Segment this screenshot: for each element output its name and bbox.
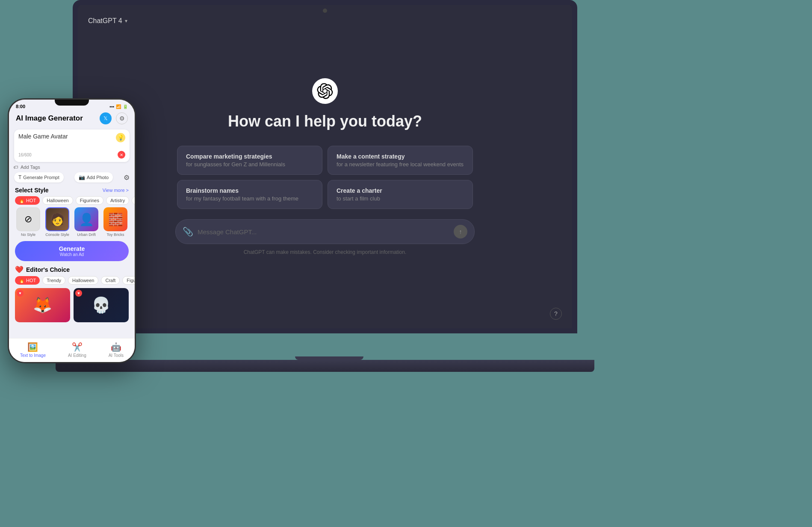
message-placeholder: Message ChatGPT... <box>198 228 454 236</box>
style-label-console: Console Style <box>45 233 69 237</box>
select-style-header: Select Style View more > <box>9 185 135 196</box>
generate-button[interactable]: Generate Watch an Ad <box>15 241 129 261</box>
suggestion-title-2: Make a content strategy <box>337 153 464 160</box>
phone-action-bar: T Generate Prompt 📷 Add Photo ⚙ <box>10 170 134 185</box>
phone-app-header: AI Image Generator 𝕏 ⚙ <box>9 111 135 128</box>
editors-img-1[interactable]: ♥ 🦊 <box>15 288 70 322</box>
style-thumb-bricks: 🧱 <box>103 207 127 231</box>
style-thumb-no-style: ⊘ <box>16 207 40 231</box>
editors-choice-section: ❤️ Editor's Choice 🔥 HOT Trendy Hallowee… <box>9 262 135 324</box>
phone: 8:00 ▪▪▪ 📶 🔋 AI Image Generator 𝕏 ⚙ Male… <box>8 98 136 363</box>
heart-badge-1: ♥ <box>17 290 24 297</box>
style-console[interactable]: 🧑 Console Style <box>44 207 71 237</box>
style-tag-contemporary[interactable]: Contemporary <box>132 196 135 205</box>
suggestion-card-3[interactable]: Brainstorm names for my fantasy football… <box>177 180 322 209</box>
close-icon[interactable]: ✕ <box>118 151 125 159</box>
suggestion-sub-3: for my fantasy football team with a frog… <box>186 195 313 202</box>
editors-img-2[interactable]: ♥ 💀 <box>74 288 129 322</box>
style-thumb-urban: 👤 <box>74 207 98 231</box>
laptop-base <box>56 360 594 372</box>
text-to-image-icon: 🖼️ <box>27 342 38 352</box>
suggestion-card-2[interactable]: Make a content strategy for a newsletter… <box>328 146 473 175</box>
add-tags-label: Add Tags <box>21 165 40 170</box>
phone-notch <box>55 100 89 106</box>
style-bricks[interactable]: 🧱 Toy Bricks <box>102 207 129 237</box>
phone-header-icons: 𝕏 ⚙ <box>100 112 128 124</box>
heart-badge-2: ♥ <box>75 290 82 297</box>
suggestion-sub-4: to start a film club <box>337 195 464 202</box>
suggestion-sub-1: for sunglasses for Gen Z and Millennials <box>186 161 313 168</box>
editors-images: ♥ 🦊 ♥ 💀 <box>15 288 129 322</box>
wifi-icon: 📶 <box>116 104 121 109</box>
style-tags-row: 🔥 HOT Halloween Figurines Artistry Conte… <box>9 196 135 207</box>
style-tag-hot[interactable]: 🔥 HOT <box>15 196 40 205</box>
style-label-urban: Urban Drift <box>77 233 96 237</box>
generate-prompt-button[interactable]: T Generate Prompt <box>14 172 64 183</box>
add-tags-icon: 🏷 <box>13 165 18 170</box>
editors-tags-row: 🔥 HOT Trendy Halloween Craft Figurines A… <box>15 276 129 285</box>
laptop-camera <box>323 9 327 13</box>
suggestion-title-4: Create a charter <box>337 187 464 194</box>
phone-input-bottom: 16/600 ✕ <box>18 151 125 159</box>
ai-editing-icon: ✂️ <box>72 342 83 352</box>
message-bar[interactable]: 📎 Message ChatGPT... ↑ <box>175 219 475 244</box>
suggestion-title-1: Compare marketing strategies <box>186 153 313 160</box>
style-thumb-console: 🧑 <box>45 207 69 231</box>
editors-tag-halloween[interactable]: Halloween <box>68 276 98 285</box>
add-photo-label: Add Photo <box>87 175 109 180</box>
style-no-style[interactable]: ⊘ No Style <box>15 207 41 237</box>
filter-icon[interactable]: ⚙ <box>124 174 130 182</box>
laptop-base-notch <box>295 356 363 360</box>
phone-tags-row: 🏷 Add Tags <box>9 164 135 170</box>
suggestion-card-4[interactable]: Create a charter to start a film club <box>328 180 473 209</box>
chevron-down-icon: ▾ <box>125 18 127 24</box>
select-style-title: Select Style <box>15 187 49 194</box>
laptop-screen: ChatGPT 4 ▾ How can I help you today? Co… <box>78 5 572 328</box>
nav-ai-editing[interactable]: ✂️ AI Editing <box>68 342 86 358</box>
suggestion-grid: Compare marketing strategies for sunglas… <box>177 146 473 209</box>
idea-icon: 💡 <box>116 133 125 142</box>
twitter-icon[interactable]: 𝕏 <box>100 112 112 124</box>
suggestion-sub-2: for a newsletter featuring free local we… <box>337 161 464 168</box>
laptop: ChatGPT 4 ▾ How can I help you today? Co… <box>73 0 586 372</box>
editors-tag-trendy[interactable]: Trendy <box>42 276 65 285</box>
style-tag-figurines[interactable]: Figurines <box>76 196 103 205</box>
chatgpt-header-title: ChatGPT 4 <box>88 17 122 25</box>
phone-app-title: AI Image Generator <box>16 114 83 123</box>
style-label-no-style: No Style <box>21 233 35 237</box>
watch-ad-label: Watch an Ad <box>19 252 124 257</box>
send-button[interactable]: ↑ <box>454 225 467 238</box>
settings-icon[interactable]: ⚙ <box>116 112 128 124</box>
style-label-bricks: Toy Bricks <box>106 233 124 237</box>
editors-choice-header: ❤️ Editor's Choice <box>15 265 129 274</box>
suggestion-card-1[interactable]: Compare marketing strategies for sunglas… <box>177 146 322 175</box>
char-count: 16/600 <box>18 153 32 157</box>
laptop-bezel: ChatGPT 4 ▾ How can I help you today? Co… <box>73 0 577 333</box>
nav-ai-tools[interactable]: 🤖 AI Tools <box>109 342 124 358</box>
generate-prompt-label: Generate Prompt <box>23 175 59 180</box>
help-icon[interactable]: ? <box>550 308 562 320</box>
main-heading: How can I help you today? <box>228 112 422 130</box>
phone-status-icons: ▪▪▪ 📶 🔋 <box>109 104 128 109</box>
style-tag-halloween[interactable]: Halloween <box>42 196 73 205</box>
chatgpt-header[interactable]: ChatGPT 4 ▾ <box>88 17 127 25</box>
phone-bottom-nav: 🖼️ Text to Image ✂️ AI Editing 🤖 AI Tool… <box>9 338 135 362</box>
add-photo-button[interactable]: 📷 Add Photo <box>74 172 113 183</box>
editors-tag-craft[interactable]: Craft <box>101 276 120 285</box>
ai-tools-icon: 🤖 <box>111 342 121 352</box>
style-tag-artistry[interactable]: Artistry <box>106 196 129 205</box>
style-grid: ⊘ No Style 🧑 Console Style 👤 Urban Drift… <box>9 207 135 240</box>
style-urban[interactable]: 👤 Urban Drift <box>73 207 100 237</box>
phone-input-area[interactable]: Male Game Avatar 💡 16/600 ✕ <box>14 130 130 162</box>
nav-label-ai-tools: AI Tools <box>109 353 124 358</box>
editors-tag-hot[interactable]: 🔥 HOT <box>15 276 40 285</box>
nav-label-text-to-image: Text to Image <box>20 353 46 358</box>
phone-time: 8:00 <box>16 104 25 109</box>
view-more-link[interactable]: View more > <box>103 188 129 193</box>
disclaimer-text: ChatGPT can make mistakes. Consider chec… <box>244 249 407 255</box>
nav-text-to-image[interactable]: 🖼️ Text to Image <box>20 342 46 358</box>
chatgpt-logo <box>312 78 338 104</box>
editors-tag-figurines[interactable]: Figurines <box>122 276 135 285</box>
signal-icon: ▪▪▪ <box>109 104 114 109</box>
suggestion-title-3: Brainstorm names <box>186 187 313 194</box>
